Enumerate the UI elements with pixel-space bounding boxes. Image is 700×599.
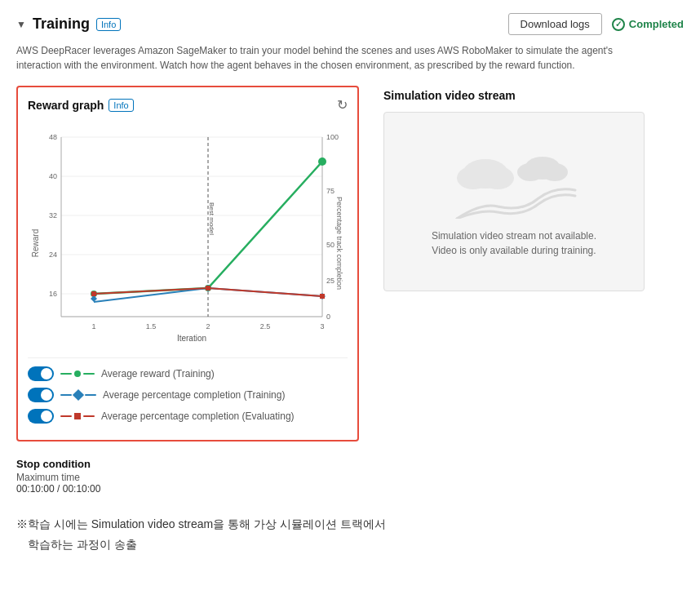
stop-condition-value: 00:10:00 / 00:10:00: [16, 483, 684, 495]
header-right: Download logs ✓ Completed: [508, 13, 684, 35]
unavailable-line1: Simulation video stream not available.: [432, 230, 596, 242]
svg-point-31: [318, 158, 326, 166]
completed-label: Completed: [629, 18, 684, 30]
svg-text:Iteration: Iteration: [177, 334, 206, 343]
toggle-red[interactable]: [28, 409, 54, 424]
legend-item-3: Average percentage completion (Evaluatin…: [28, 409, 348, 424]
toggle-green[interactable]: [28, 366, 54, 381]
legend-label-1: Average reward (Training): [101, 368, 215, 379]
legend-item-1: Average reward (Training): [28, 366, 348, 381]
footer-note: ※학습 시에는 Simulation video stream을 통해 가상 시…: [16, 514, 684, 555]
stop-condition: Stop condition Maximum time 00:10:00 / 0…: [16, 458, 684, 495]
legend-dash-blue2: [85, 394, 96, 396]
svg-text:75: 75: [326, 187, 334, 195]
svg-rect-36: [206, 286, 210, 291]
svg-text:24: 24: [49, 251, 57, 259]
svg-text:Best model: Best model: [208, 202, 215, 235]
legend-label-3: Average percentage completion (Evaluatin…: [101, 410, 295, 422]
svg-text:40: 40: [49, 172, 57, 180]
svg-text:2.5: 2.5: [260, 322, 271, 331]
main-grid: Reward graph Info ↻ Reward Percentage tr…: [16, 86, 684, 441]
svg-text:48: 48: [49, 133, 57, 141]
legend-item-2: Average percentage completion (Training): [28, 388, 348, 402]
simulation-panel: Simulation video stream Si: [375, 86, 684, 441]
legend-line-1: [60, 370, 95, 377]
legend-dash-green2: [83, 373, 95, 375]
svg-text:2: 2: [206, 322, 210, 331]
page-container: ▼ Training Info Download logs ✓ Complete…: [0, 0, 700, 568]
svg-rect-37: [320, 294, 325, 299]
svg-text:Reward: Reward: [31, 229, 40, 257]
legend-line-3: [60, 413, 95, 419]
footer-line2: 학습하는 과정이 송출: [16, 535, 684, 555]
svg-text:50: 50: [326, 241, 334, 249]
header-row: ▼ Training Info Download logs ✓ Complete…: [16, 13, 684, 35]
section-title: Training: [33, 16, 90, 33]
graph-title-row: Reward graph Info: [28, 99, 134, 112]
completed-badge: ✓ Completed: [612, 18, 684, 31]
graph-info-badge[interactable]: Info: [109, 99, 133, 112]
video-placeholder: Simulation video stream not available. V…: [383, 112, 645, 291]
cloud-road-icon: [449, 145, 579, 219]
graph-title: Reward graph: [28, 99, 104, 112]
toggle-blue[interactable]: [28, 388, 54, 402]
refresh-icon[interactable]: ↻: [337, 97, 348, 113]
checkmark-icon: ✓: [612, 18, 625, 31]
legend-dash-red: [60, 415, 72, 417]
svg-text:32: 32: [49, 211, 57, 220]
svg-text:0: 0: [326, 313, 330, 321]
collapse-icon[interactable]: ▼: [16, 19, 26, 30]
footer-line1: ※학습 시에는 Simulation video stream을 통해 가상 시…: [16, 514, 684, 535]
svg-text:Percentage track completion: Percentage track completion: [335, 197, 343, 290]
svg-text:25: 25: [326, 277, 334, 285]
simulation-title: Simulation video stream: [383, 89, 684, 102]
graph-header: Reward graph Info ↻: [28, 97, 348, 113]
reward-chart-svg: Reward Percentage track completion 48 40…: [28, 121, 348, 349]
download-logs-button[interactable]: Download logs: [508, 13, 602, 35]
legend-dash-blue: [60, 394, 72, 396]
description-text: AWS DeepRacer leverages Amazon SageMaker…: [16, 43, 636, 73]
legend-dash-red2: [83, 415, 95, 417]
header-left: ▼ Training Info: [16, 16, 121, 33]
legend-label-2: Average percentage completion (Training): [103, 389, 285, 401]
svg-rect-35: [91, 291, 96, 296]
legend-dot-green: [74, 370, 81, 377]
stop-condition-title: Stop condition: [16, 458, 684, 470]
svg-text:100: 100: [326, 133, 339, 141]
legend-line-2: [60, 391, 96, 399]
info-badge[interactable]: Info: [96, 18, 121, 31]
video-unavailable-text: Simulation video stream not available. V…: [432, 229, 596, 258]
legend: Average reward (Training) Average percen…: [28, 357, 348, 424]
svg-text:1.5: 1.5: [146, 322, 157, 331]
svg-text:1: 1: [91, 322, 95, 331]
chart-container: Reward Percentage track completion 48 40…: [28, 121, 348, 349]
stop-condition-label: Maximum time: [16, 472, 684, 483]
svg-point-43: [542, 163, 568, 181]
svg-text:3: 3: [320, 322, 324, 331]
unavailable-line2: Video is only available during training.: [432, 245, 596, 256]
svg-text:16: 16: [49, 290, 57, 298]
legend-dash-green: [60, 373, 72, 375]
reward-graph-panel: Reward graph Info ↻ Reward Percentage tr…: [16, 86, 359, 441]
svg-point-40: [481, 166, 514, 189]
svg-point-42: [517, 163, 543, 181]
legend-diamond-blue: [73, 389, 84, 401]
legend-square-red: [74, 413, 81, 419]
